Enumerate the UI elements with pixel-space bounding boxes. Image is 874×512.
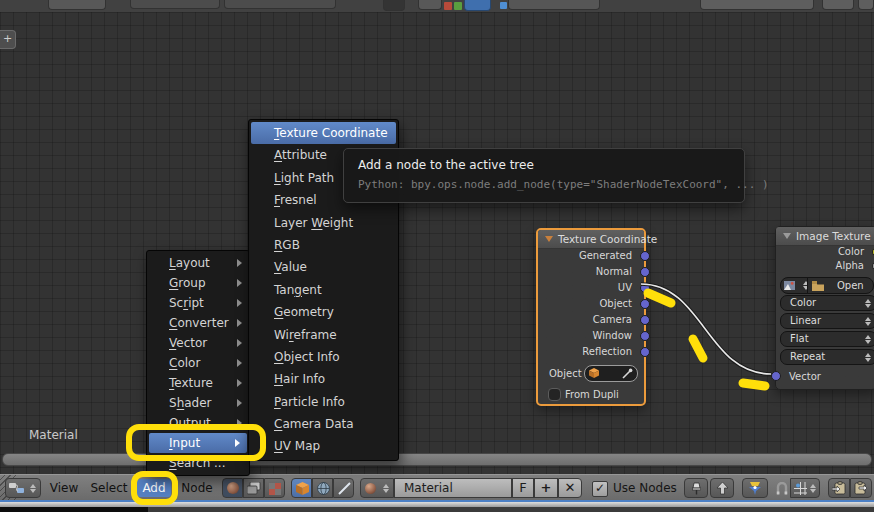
menu-item-converter[interactable]: Converter — [147, 313, 249, 333]
shader-world-button[interactable] — [312, 478, 333, 498]
socket-object[interactable] — [640, 299, 650, 309]
menu-item-vector[interactable]: Vector — [147, 333, 249, 353]
menu-item-search[interactable]: Search ... — [147, 453, 249, 473]
extension-dropdown[interactable]: Repeat — [780, 349, 874, 365]
menu-item-group[interactable]: Group — [147, 273, 249, 293]
socket-window[interactable] — [640, 331, 650, 341]
menu-item-color[interactable]: Color — [147, 353, 249, 373]
node-texture-coordinate[interactable]: Texture Coordinate Generated Normal UV O… — [536, 228, 646, 406]
new-icon[interactable] — [454, 2, 462, 10]
dropdown-stepper-icon[interactable] — [865, 299, 872, 308]
info-header-icon[interactable] — [500, 2, 507, 9]
tooltip: Add a node to the active tree Python: bp… — [343, 148, 745, 203]
submenu-item-uv-map[interactable]: UV Map — [249, 435, 398, 457]
color-space-dropdown[interactable]: Color — [780, 295, 874, 311]
submenu-item-hair-info[interactable]: Hair Info — [249, 368, 398, 390]
info-header-active-button[interactable] — [464, 0, 491, 11]
menu-item-shader[interactable]: Shader — [147, 393, 249, 413]
horizontal-scrollbar[interactable] — [2, 453, 872, 466]
submenu-item-value[interactable]: Value — [249, 256, 398, 278]
node-image-texture[interactable]: Image Texture Color Alpha — [775, 226, 874, 390]
info-header-button[interactable] — [383, 0, 405, 11]
editor-type-selector[interactable] — [5, 478, 41, 498]
toolbar-expand-button[interactable]: + — [0, 30, 16, 49]
use-nodes-checkbox[interactable]: ✓ — [592, 481, 608, 497]
new-material-button[interactable]: + — [534, 478, 558, 498]
object-id-field[interactable] — [584, 365, 638, 382]
submenu-arrow-icon — [237, 299, 242, 307]
socket-reflection[interactable] — [640, 347, 650, 357]
auto-render-button[interactable] — [742, 478, 768, 498]
unlink-material-button[interactable]: ✕ — [558, 478, 582, 498]
material-browse-stepper-icon[interactable] — [383, 484, 390, 493]
scene-icon[interactable] — [444, 2, 452, 10]
collapse-triangle-icon[interactable] — [545, 236, 553, 242]
menu-node[interactable]: Node — [176, 479, 218, 497]
info-header-group[interactable] — [700, 0, 814, 10]
info-header-button[interactable] — [48, 0, 106, 10]
snap-mode-dropdown[interactable] — [790, 478, 820, 498]
menu-item-output[interactable]: Output — [147, 413, 249, 433]
submenu-item-wireframe[interactable]: Wireframe — [249, 324, 398, 346]
info-header-button[interactable] — [858, 0, 874, 10]
menu-item-texture[interactable]: Texture — [147, 373, 249, 393]
info-header-group[interactable] — [508, 0, 600, 10]
from-dupli-checkbox[interactable] — [548, 388, 561, 401]
socket-vector-input[interactable] — [771, 371, 781, 381]
submenu-item-texture-coordinate[interactable]: Texture Coordinate — [251, 122, 396, 144]
copy-nodes-button[interactable] — [828, 478, 850, 498]
shader-nodes-button[interactable] — [222, 478, 243, 498]
snap-stepper-icon[interactable] — [810, 484, 817, 493]
submenu-item-geometry[interactable]: Geometry — [249, 301, 398, 323]
dropdown-stepper-icon[interactable] — [865, 353, 872, 362]
menu-select[interactable]: Select — [86, 479, 132, 497]
texture-nodes-button[interactable] — [264, 478, 285, 498]
output-normal: Normal — [538, 264, 644, 280]
submenu-item-object-info[interactable]: Object Info — [249, 346, 398, 368]
parent-tree-button[interactable] — [710, 478, 734, 498]
shader-object-button[interactable] — [291, 478, 312, 498]
pin-button[interactable] — [684, 478, 708, 498]
menu-view[interactable]: View — [44, 479, 84, 497]
output-generated: Generated — [538, 248, 644, 264]
info-header-field[interactable] — [130, 0, 220, 9]
projection-dropdown[interactable]: Flat — [780, 331, 874, 347]
output-camera: Camera — [538, 312, 644, 328]
info-header-button[interactable] — [822, 0, 854, 10]
dropdown-stepper-icon[interactable] — [865, 317, 872, 326]
socket-normal[interactable] — [640, 267, 650, 277]
material-sphere-icon — [227, 482, 239, 494]
editor-stepper-icon[interactable] — [30, 484, 37, 493]
submenu-item-layer-weight[interactable]: Layer Weight — [249, 212, 398, 234]
socket-generated[interactable] — [640, 251, 650, 261]
open-image-button[interactable]: Open — [807, 277, 874, 294]
info-header-field[interactable] — [224, 0, 336, 9]
eyedropper-icon[interactable] — [622, 368, 633, 379]
node-editor-icon — [9, 482, 25, 494]
submenu-item-rgb[interactable]: RGB — [249, 234, 398, 256]
socket-camera[interactable] — [640, 315, 650, 325]
node-header[interactable]: Texture Coordinate — [538, 230, 644, 249]
dropdown-stepper-icon[interactable] — [865, 335, 872, 344]
material-name-field[interactable]: Material — [394, 478, 512, 498]
material-preview-button[interactable] — [360, 478, 394, 498]
shader-linestyle-button[interactable] — [333, 478, 354, 498]
menu-item-input[interactable]: Input — [149, 433, 247, 453]
compositing-nodes-button[interactable] — [243, 478, 264, 498]
menu-item-script[interactable]: Script — [147, 293, 249, 313]
collapse-triangle-icon[interactable] — [783, 233, 791, 239]
submenu-item-camera-data[interactable]: Camera Data — [249, 413, 398, 435]
fake-user-button[interactable]: F — [512, 478, 534, 498]
submenu-item-particle-info[interactable]: Particle Info — [249, 391, 398, 413]
socket-uv[interactable] — [640, 283, 650, 293]
blender-window: + Material Texture Coordinate Generated … — [0, 0, 874, 512]
paste-nodes-button[interactable] — [850, 478, 872, 498]
menu-item-layout[interactable]: Layout — [147, 253, 249, 273]
snap-toggle-button[interactable] — [772, 478, 790, 498]
submenu-arrow-icon — [237, 319, 242, 327]
node-editor-canvas[interactable]: + Material Texture Coordinate Generated … — [0, 12, 874, 474]
interpolation-dropdown[interactable]: Linear — [780, 313, 874, 329]
info-header-button[interactable] — [418, 0, 442, 10]
submenu-item-tangent[interactable]: Tangent — [249, 279, 398, 301]
menu-add[interactable]: Add — [137, 479, 171, 497]
